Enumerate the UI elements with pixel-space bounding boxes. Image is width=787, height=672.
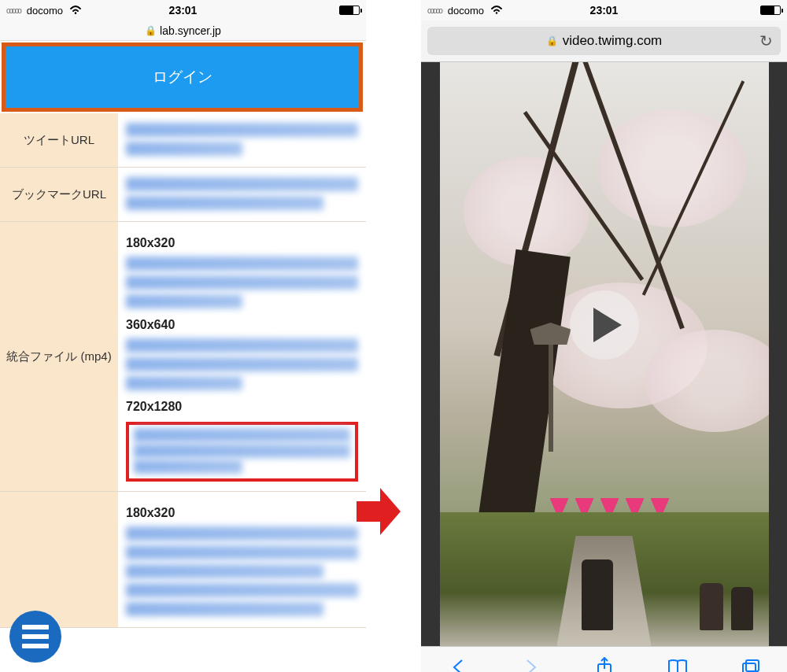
status-time: 23:01 (169, 4, 198, 17)
safari-address-bar: 🔒 video.twimg.com ↻ (421, 20, 787, 62)
res-720x1280: 720x1280 (126, 400, 358, 414)
carrier-label: docomo (448, 5, 484, 17)
svg-point-0 (75, 12, 76, 13)
transition-arrow-icon (357, 488, 401, 535)
safari-toolbar (421, 646, 787, 672)
play-button[interactable] (570, 290, 639, 360)
integrated-file-value: 180x320 360x640 720x1280 (118, 222, 366, 491)
lock-icon: 🔒 (546, 35, 558, 46)
video-thumbnail[interactable] (440, 62, 769, 646)
status-bar-left: ooooo docomo 23:01 (0, 0, 366, 20)
battery-icon (339, 6, 360, 15)
wifi-icon (69, 4, 82, 17)
svg-rect-6 (746, 660, 759, 671)
back-button[interactable] (447, 656, 469, 673)
signal-dots: ooooo (427, 6, 442, 15)
tweet-url-value[interactable] (118, 113, 366, 167)
integrated-file-label: 統合ファイル (mp4) (0, 222, 118, 491)
login-button[interactable]: ログイン (6, 46, 359, 108)
hamburger-icon (22, 625, 49, 630)
bookmarks-button[interactable] (667, 656, 689, 673)
bookmark-url-label: ブックマークURL (0, 168, 118, 221)
share-button[interactable] (593, 656, 615, 673)
right-phone: ooooo docomo 23:01 🔒 video.twimg.com ↻ (421, 0, 787, 672)
status-bar-right: ooooo docomo 23:01 (421, 0, 787, 20)
url-text-right: video.twimg.com (563, 33, 663, 49)
result-table: ツイートURL ブックマークURL 統合ファイル (mp4) 180x320 3… (0, 113, 366, 628)
play-icon (593, 308, 622, 342)
second-section-label (0, 492, 118, 627)
video-viewport (421, 62, 787, 646)
login-highlight-frame: ログイン (2, 42, 363, 112)
carrier-label: docomo (27, 5, 63, 17)
menu-fab[interactable] (9, 611, 61, 663)
street-lamp (549, 342, 553, 452)
res-180x320-b: 180x320 (126, 506, 358, 520)
reload-icon[interactable]: ↻ (759, 31, 773, 50)
bookmark-url-value[interactable] (118, 168, 366, 221)
url-text-left: lab.syncer.jp (160, 24, 221, 37)
lock-icon: 🔒 (145, 25, 157, 36)
url-field[interactable]: 🔒 video.twimg.com ↻ (427, 27, 781, 55)
url-bar-left[interactable]: 🔒 lab.syncer.jp (0, 20, 366, 41)
res-180x320: 180x320 (126, 236, 358, 250)
forward-button (520, 656, 542, 673)
tweet-url-label: ツイートURL (0, 113, 118, 167)
second-section-value: 180x320 (118, 492, 366, 627)
svg-point-1 (496, 12, 497, 13)
wifi-icon (490, 4, 503, 17)
battery-icon (760, 6, 781, 15)
tabs-button[interactable] (740, 656, 762, 673)
signal-dots: ooooo (6, 6, 20, 15)
left-phone: ooooo docomo 23:01 🔒 lab.syncer.jp ログイン … (0, 0, 366, 672)
status-time: 23:01 (590, 4, 619, 17)
highlighted-720-link[interactable] (126, 422, 358, 482)
res-360x640: 360x640 (126, 318, 358, 332)
